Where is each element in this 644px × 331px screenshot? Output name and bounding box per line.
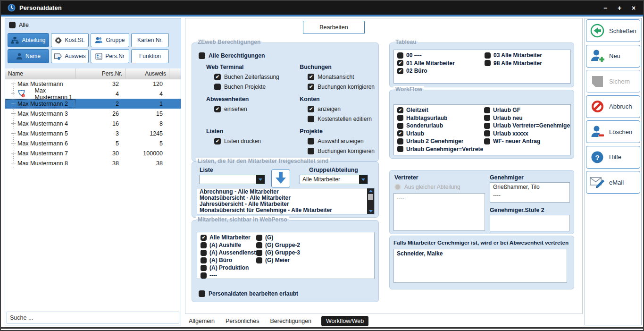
checkbox-item-buchungen-korrigieren[interactable]: Buchungen korrigieren (308, 82, 375, 92)
neu-button[interactable]: Neu (586, 45, 640, 68)
checkbox-icon[interactable] (201, 235, 207, 241)
checkbox-icon[interactable] (256, 257, 262, 263)
checkbox-icon[interactable] (214, 74, 221, 80)
assign-list-button[interactable] (271, 170, 290, 187)
checkbox-item-anzeigen[interactable]: anzeigen (308, 104, 375, 114)
scroll-down-icon[interactable] (369, 210, 373, 212)
checkbox-icon[interactable] (201, 242, 207, 248)
bearbeiten-button[interactable]: Bearbeiten (303, 21, 365, 34)
alle-checkbox[interactable] (9, 22, 16, 28)
table-row-max-mustermann-7[interactable]: Max Mustermann 730100000 (5, 148, 181, 158)
table-row-max-mustermann-1[interactable]: Max Mustermann 144 (5, 89, 181, 99)
checkbox-icon[interactable] (397, 130, 403, 136)
checkbox-icon[interactable] (485, 52, 491, 59)
alle-berechtigungen-checkbox-row[interactable]: Alle Berechtigungen (199, 51, 265, 60)
filter-button-ausweis[interactable]: Ausweis (51, 49, 89, 63)
alle-checkbox-row[interactable]: Alle (9, 22, 29, 28)
checkbox-item-buchungen-korrigieren[interactable]: Buchungen korrigieren (308, 146, 375, 156)
scroll-up-icon[interactable] (369, 190, 373, 192)
checkbox-item-g-gruppe-2[interactable]: (G) Gruppe-2 (256, 241, 300, 249)
column-header-pers-nr[interactable]: Pers.Nr. (76, 68, 125, 79)
checkbox-icon[interactable] (308, 138, 314, 144)
checkbox-item-[interactable]: ---- (201, 272, 256, 279)
checkbox-item-a-büro[interactable]: (A) Büro (201, 256, 256, 264)
vertretung-listbox[interactable]: Schneider, Maike (393, 249, 567, 283)
gruppe-abteilung-dropdown[interactable]: Alle Mitarbeiter (300, 175, 368, 184)
checkbox-icon[interactable] (308, 74, 314, 80)
checkbox-item-alle-mitarbeiter[interactable]: Alle Mitarbeiter (201, 234, 256, 241)
scrollbar-thumb[interactable] (368, 194, 373, 200)
checkbox-icon[interactable] (214, 84, 221, 90)
column-header-ausweis[interactable]: Ausweis (125, 68, 169, 79)
checkbox-item-urlaub-xxxxx[interactable]: Urlaub xxxxx (484, 130, 570, 138)
checkbox-item-kostenstellen-editiern[interactable]: Kostenstellen editiern (308, 114, 375, 124)
minimize-button[interactable]: − (602, 4, 609, 12)
checkbox-item-einsehen[interactable]: einsehen (214, 104, 300, 114)
checkbox-item-listen-drucken[interactable]: Listen drucken (214, 136, 300, 146)
checkbox-icon[interactable] (484, 115, 490, 121)
checkbox-item-wf-neuer-antrag[interactable]: WF- neuer Antrag (484, 137, 570, 145)
checkbox-icon[interactable] (397, 146, 403, 152)
checkbox-icon[interactable] (214, 106, 221, 112)
checkbox-icon[interactable] (201, 257, 207, 263)
table-row-max-mustermann-6[interactable]: Max Mustermann 655 (5, 138, 181, 148)
checkbox-item-03-alle-mitarbeiter[interactable]: 03 Alle Mitarbeiter (485, 51, 542, 59)
checkbox-icon[interactable] (484, 107, 490, 113)
checkbox-icon[interactable] (256, 242, 262, 248)
vertreter-listbox[interactable]: ---- (393, 193, 485, 231)
filter-button-gruppe[interactable]: Gruppe (91, 33, 129, 47)
search-input[interactable] (7, 312, 179, 323)
checkbox-item-urlaub-2-genehmiger[interactable]: Urlaub 2 Genehmiger (397, 137, 484, 145)
column-header-name[interactable]: Name (5, 68, 76, 79)
list-item[interactable]: Monatsübersicht für Genehmige - Alle Mit… (197, 207, 374, 213)
checkbox-item-buchen-projekte[interactable]: Buchen Projekte (214, 82, 300, 92)
list-item[interactable]: Schneider, Maike (394, 249, 567, 257)
chevron-down-icon[interactable] (359, 175, 368, 184)
filter-button-karten-nr[interactable]: Karten Nr. (131, 33, 169, 47)
tab-persönliches[interactable]: Persönliches (225, 316, 260, 326)
schließen-button[interactable]: Schließen (586, 19, 640, 42)
genehmiger-listbox[interactable]: Grießhammer, Tilo---- (490, 182, 570, 203)
checkbox-icon[interactable] (201, 272, 207, 279)
abbruch-button[interactable]: Abbruch (586, 95, 640, 118)
checkbox-icon[interactable] (201, 265, 207, 271)
checkbox-icon[interactable] (397, 123, 403, 129)
close-window-button[interactable]: × (630, 4, 637, 12)
filter-button-abteilung[interactable]: Abteilung (8, 33, 49, 47)
checkbox-item-urlaub[interactable]: Urlaub (397, 130, 484, 138)
checkbox-item-buchen-zeiterfassung[interactable]: Buchen Zeiterfassung (214, 72, 300, 82)
checkbox-item-urlaub-vertreter-genehmige[interactable]: Urlaub Vertreter=Genehmige (484, 122, 570, 130)
checkbox-item-urlaub-genehmiger-vertrete[interactable]: Urlaub Genehmiger=Vertrete (397, 145, 484, 153)
checkbox-icon[interactable] (485, 60, 491, 66)
checkbox-icon[interactable] (397, 138, 403, 144)
tab-workflow-web[interactable]: Workflow/Web (321, 316, 368, 326)
löschen-button[interactable]: Löschen (586, 120, 640, 143)
tab-berechtigungen[interactable]: Berechtigungen (269, 316, 312, 326)
table-row-max-mustermann-2[interactable]: Max Mustermann 221 (5, 99, 181, 109)
checkbox-icon[interactable] (397, 52, 403, 59)
checkbox-item-98-alle-mitarbeiter[interactable]: 98 Alle Mitarbeiter (485, 59, 542, 68)
filter-button-pers-nr[interactable]: Pers.Nr (91, 49, 129, 63)
list-item[interactable]: Grießhammer, Tilo (490, 183, 569, 191)
checkbox-icon[interactable] (199, 290, 205, 297)
checkbox-icon[interactable] (201, 250, 207, 256)
filter-button-funktion[interactable]: Funktion (131, 49, 169, 63)
filter-button-kost-st[interactable]: Kost.St. (51, 33, 89, 47)
checkbox-item-01-alle-mitarbeiter[interactable]: 01 Alle Mitarbeiter (397, 59, 485, 68)
liste-dropdown[interactable] (199, 175, 265, 184)
checkbox-icon[interactable] (199, 52, 205, 59)
checkbox-item-02-büro[interactable]: 02 Büro (397, 67, 485, 75)
checkbox-icon[interactable] (308, 116, 314, 122)
checkbox-item-auswahl-anzeigen[interactable]: Auswahl anzeigen (308, 136, 375, 146)
checkbox-item-a-aussendienst[interactable]: (A) Aussendienst (201, 249, 256, 256)
scrollbar[interactable] (367, 188, 374, 214)
checkbox-icon[interactable] (484, 123, 490, 129)
checkbox-icon[interactable] (484, 138, 490, 144)
checkbox-icon[interactable] (308, 84, 314, 90)
filter-button-name[interactable]: Name (8, 49, 49, 63)
checkbox-item-urlaub-gf[interactable]: Urlaub GF (484, 106, 570, 114)
checkbox-item-sonderurlaub[interactable]: Sonderurlaub (397, 122, 484, 130)
checkbox-icon[interactable] (397, 107, 403, 113)
checkbox-item-00[interactable]: 00 ---- (397, 51, 485, 59)
email-button[interactable]: eMail (586, 171, 640, 194)
